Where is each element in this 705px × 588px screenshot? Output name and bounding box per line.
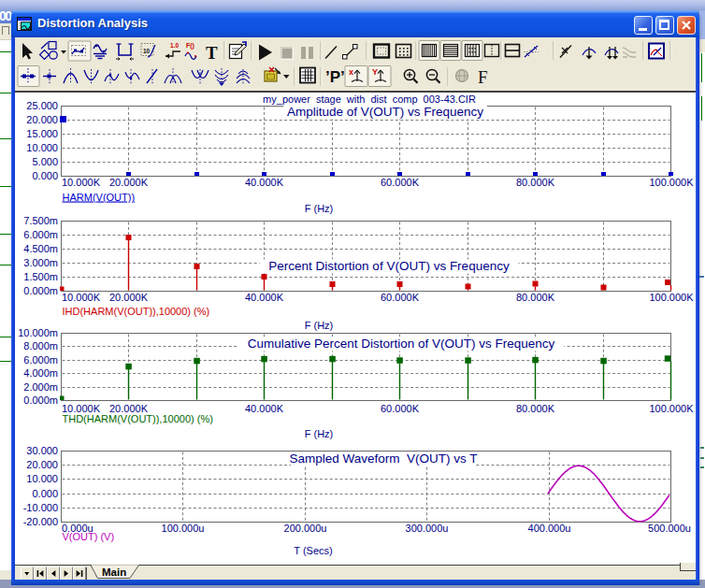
svg-text:6.000m: 6.000m <box>23 354 58 366</box>
svg-text:Cumulative Percent Distortion: Cumulative Percent Distortion of V(OUT) … <box>248 337 555 351</box>
svg-text:0.000m: 0.000m <box>23 285 58 296</box>
svg-text:3.000m: 3.000m <box>23 257 58 268</box>
svg-text:10: 10 <box>143 48 151 54</box>
svg-text:Main: Main <box>102 566 126 578</box>
svg-text:80.000K: 80.000K <box>516 177 555 188</box>
svg-text:10.000: 10.000 <box>26 473 58 484</box>
svg-text:’P’: ’P’ <box>325 68 345 86</box>
svg-text:15.000: 15.000 <box>26 128 58 139</box>
svg-text:20.000: 20.000 <box>26 459 58 470</box>
svg-text:4.500m: 4.500m <box>23 243 58 254</box>
svg-text:40.000K: 40.000K <box>245 403 284 414</box>
svg-text:T (Secs): T (Secs) <box>294 545 332 556</box>
svg-text:F(): F() <box>186 42 194 50</box>
svg-text:F (Hz): F (Hz) <box>305 428 334 439</box>
svg-text:0.000m: 0.000m <box>23 394 58 406</box>
svg-text:500.000u: 500.000u <box>648 523 691 534</box>
svg-text:30.000: 30.000 <box>26 445 58 456</box>
svg-text:100.000K: 100.000K <box>649 403 694 414</box>
svg-text:THD(HARM(V(OUT)),10000) (%): THD(HARM(V(OUT)),10000) (%) <box>63 413 213 424</box>
svg-text:F: F <box>478 67 488 87</box>
svg-text:0.000: 0.000 <box>32 488 58 499</box>
svg-text:x: x <box>349 67 353 77</box>
svg-text:HARM(V(OUT)): HARM(V(OUT)) <box>63 192 136 203</box>
svg-text:60.000K: 60.000K <box>381 177 420 188</box>
svg-text:10.000K: 10.000K <box>62 292 101 303</box>
svg-text:Amplitude of V(OUT) vs Frequen: Amplitude of V(OUT) vs Frequency <box>287 105 483 119</box>
svg-text:6.000m: 6.000m <box>23 229 58 240</box>
svg-text:F (Hz): F (Hz) <box>305 320 334 331</box>
svg-text:100.000u: 100.000u <box>162 523 205 534</box>
svg-text:-20.000: -20.000 <box>23 516 58 527</box>
svg-text:80.000K: 80.000K <box>516 403 555 414</box>
svg-text:40.000K: 40.000K <box>245 177 284 188</box>
svg-text:100.000K: 100.000K <box>649 292 694 303</box>
svg-text:10.000K: 10.000K <box>62 177 101 188</box>
svg-text:200.000u: 200.000u <box>284 523 327 534</box>
svg-text:300.000u: 300.000u <box>406 523 449 534</box>
svg-text:4.000m: 4.000m <box>23 367 58 379</box>
svg-text:60.000K: 60.000K <box>381 292 420 303</box>
svg-text:V(OUT) (V): V(OUT) (V) <box>63 531 115 542</box>
svg-text:1.500m: 1.500m <box>23 271 58 282</box>
svg-text:-10.000: -10.000 <box>23 502 58 513</box>
svg-text:8.000m: 8.000m <box>23 340 58 351</box>
svg-text:80.000K: 80.000K <box>516 292 555 303</box>
svg-text:1.0: 1.0 <box>170 42 179 49</box>
svg-text:IHD(HARM(V(OUT)),10000) (%): IHD(HARM(V(OUT)),10000) (%) <box>63 306 210 317</box>
svg-text:20.000K: 20.000K <box>109 177 149 188</box>
svg-text:60.000K: 60.000K <box>381 403 420 414</box>
svg-text:Sampled Waveform V(OUT) vs T: Sampled Waveform V(OUT) vs T <box>289 452 477 466</box>
svg-text:25.000: 25.000 <box>26 100 58 111</box>
svg-text:100.000K: 100.000K <box>649 177 694 188</box>
svg-text:20.000K: 20.000K <box>109 292 149 303</box>
svg-text:0.000: 0.000 <box>32 170 58 181</box>
svg-text:Y: Y <box>372 67 378 77</box>
svg-text:my_power stage with dist comp: my_power stage with dist comp 003-43.CIR <box>263 93 476 105</box>
svg-text:400.000u: 400.000u <box>528 523 571 534</box>
svg-text:Percent Distortion of V(OUT) v: Percent Distortion of V(OUT) vs Frequenc… <box>268 259 510 273</box>
svg-text:40.000K: 40.000K <box>245 292 284 303</box>
svg-text:20.000: 20.000 <box>26 114 58 125</box>
svg-text:5.000: 5.000 <box>32 156 58 167</box>
svg-text:F (Hz): F (Hz) <box>305 203 334 214</box>
svg-text:2.000m: 2.000m <box>23 381 58 393</box>
svg-text:7.500m: 7.500m <box>23 215 58 226</box>
svg-text:10.000m: 10.000m <box>18 327 58 338</box>
svg-text:10.000: 10.000 <box>26 142 58 153</box>
svg-text:T: T <box>206 43 218 63</box>
